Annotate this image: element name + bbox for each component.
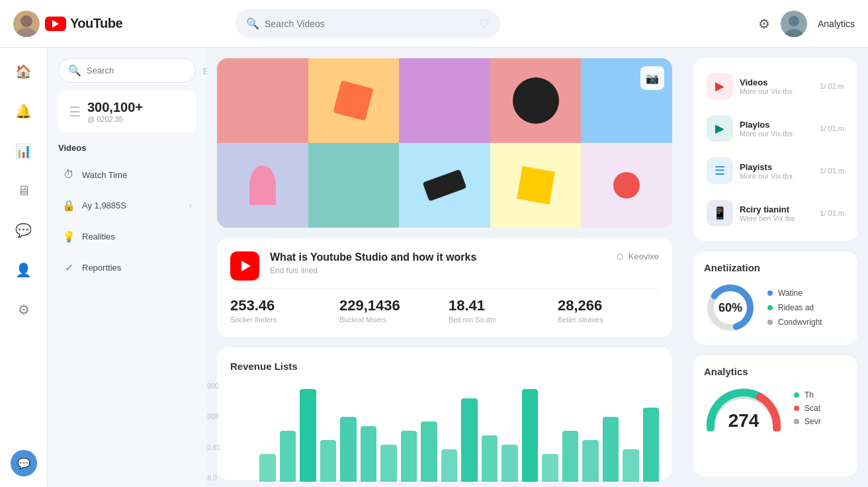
heart-icon[interactable]: ♡ bbox=[479, 17, 490, 31]
legend-item-1: Rideas ad bbox=[767, 303, 822, 312]
feedback-button[interactable]: 💬 bbox=[11, 450, 37, 476]
menu-item-watchtime[interactable]: ⏱ Watch Time bbox=[58, 163, 196, 186]
video-stats: 253.46 Socker finders 229,1436 Buckrat M… bbox=[230, 288, 659, 324]
stat-value-3: 28,266 bbox=[558, 297, 659, 314]
check-icon: ✓ bbox=[62, 261, 75, 274]
hero-cell-4 bbox=[490, 58, 582, 143]
chart-bar-7 bbox=[401, 431, 417, 482]
svg-point-1 bbox=[16, 28, 37, 37]
legend-label-2: Condwvright bbox=[778, 318, 822, 327]
videos-name: Videos bbox=[740, 77, 813, 87]
analytics-card: Analytics 274 Th bbox=[693, 355, 857, 476]
gauge-dot-0 bbox=[794, 392, 799, 398]
list-item-playists[interactable]: ☰ Playists More our Vix tbs 1/ 01.m bbox=[701, 151, 849, 191]
local-search[interactable]: 🔍 ⊞ bbox=[58, 58, 196, 83]
rciry-info: Rciry tianint Were ben Vix tbs bbox=[740, 204, 813, 222]
main: 🏠 🔔 📊 🖥 💬 👤 ⚙ 💬 🔍 ⊞ ☰ 300,100+ @ 0202.35… bbox=[0, 48, 868, 487]
gauge-legend: Th Scat Sevr bbox=[794, 390, 821, 426]
video-subtitle: End fuis lined bbox=[270, 266, 606, 275]
y-label-0: 1000 bbox=[206, 382, 220, 390]
menu-item-realities-label: Realities bbox=[82, 232, 115, 242]
hero-cell-1 bbox=[217, 58, 308, 143]
search-input[interactable] bbox=[265, 19, 468, 29]
stat-item-2: 18.41 Beli ron So.dm bbox=[449, 297, 550, 324]
stat-label-3: Belier sloaves bbox=[558, 316, 659, 324]
stats-card: ☰ 300,100+ @ 0202.35 bbox=[58, 91, 196, 132]
list-item-videos[interactable]: ▶ Videos More our Vix tbs 1/ 01.m bbox=[701, 66, 849, 106]
stat-label-1: Buckrat Moers bbox=[339, 316, 441, 324]
chevron-right-icon: › bbox=[189, 201, 192, 210]
gauge-legend-item-2: Sevr bbox=[794, 417, 821, 426]
menu-icon: ☰ bbox=[69, 104, 81, 120]
rciry-count: 1/ 01.m bbox=[820, 209, 844, 217]
analytics-title: Analytics bbox=[704, 366, 847, 377]
video-info-top: What is Youtube Studio and how it works … bbox=[230, 251, 659, 281]
y-label-3: 18.0 bbox=[206, 474, 220, 482]
header-right: ⚙ Analytics bbox=[758, 11, 855, 37]
stats-info: 300,100+ @ 0202.35 bbox=[87, 100, 185, 123]
status-dot bbox=[617, 253, 623, 260]
sidebar-item-content[interactable]: 🖥 bbox=[11, 177, 37, 204]
chart-area bbox=[259, 382, 659, 482]
list-item-rciry[interactable]: 📱 Rciry tianint Were ben Vix tbs 1/ 01.m bbox=[701, 193, 849, 233]
legend-dot-2 bbox=[767, 320, 773, 325]
chart-bar-6 bbox=[380, 445, 397, 482]
stats-number: 300,100+ bbox=[87, 100, 185, 115]
gauge-label-2: Sevr bbox=[804, 417, 821, 426]
donut-label: 60% bbox=[718, 301, 742, 315]
yt-play-button[interactable] bbox=[230, 251, 259, 281]
camera-icon[interactable]: 📷 bbox=[640, 66, 664, 90]
gauge-dot-2 bbox=[794, 419, 799, 424]
gauge-label-1: Scat bbox=[804, 404, 820, 413]
hero-cell-9 bbox=[490, 143, 582, 228]
lock-icon: 🔒 bbox=[62, 199, 75, 212]
gauge-dot-1 bbox=[794, 406, 799, 411]
local-search-input[interactable] bbox=[87, 66, 198, 75]
gear-icon[interactable]: ⚙ bbox=[758, 16, 770, 32]
logo-area: YouTube bbox=[13, 11, 225, 37]
chart-bar-12 bbox=[501, 445, 518, 482]
sidebar-item-comments[interactable]: 💬 bbox=[11, 217, 37, 244]
gauge-legend-item-0: Th bbox=[794, 390, 821, 400]
avatar[interactable] bbox=[13, 11, 40, 37]
chart-bar-0 bbox=[259, 454, 276, 482]
hero-cell-10 bbox=[581, 143, 672, 228]
hero-cell-2 bbox=[308, 58, 400, 143]
chart-bar-9 bbox=[441, 449, 458, 482]
user-name: Analytics bbox=[818, 19, 855, 29]
video-info-card: What is Youtube Studio and how it works … bbox=[217, 238, 672, 337]
playists-info: Playists More our Vix tbs bbox=[740, 162, 813, 180]
menu-item-realities[interactable]: 💡 Realities bbox=[58, 225, 196, 248]
menu-item-ay[interactable]: 🔒 Ay 1,9885S › bbox=[58, 194, 196, 217]
donut-container: 60% Watine Rideas ad Condwvright bbox=[704, 281, 847, 334]
stat-label-2: Beli ron So.dm bbox=[449, 316, 550, 324]
search-bar[interactable]: 🔍 ♡ bbox=[236, 9, 500, 38]
header: YouTube 🔍 ♡ ⚙ Analytics bbox=[0, 0, 868, 48]
content-area: 📷 What is Youtube Studio and how it work… bbox=[206, 48, 683, 487]
chart-y-labels: 1000 1008 10.81 18.0 bbox=[206, 382, 220, 482]
left-panel: 🔍 ⊞ ☰ 300,100+ @ 0202.35 Videos ⏱ Watch … bbox=[48, 48, 206, 487]
legend-item-0: Watine bbox=[767, 288, 822, 298]
chart-bar-16 bbox=[582, 440, 599, 482]
sidebar-item-settings[interactable]: ⚙ bbox=[11, 296, 37, 323]
youtube-icon bbox=[45, 17, 66, 31]
sidebar-item-notifications[interactable]: 🔔 bbox=[11, 98, 37, 124]
playlos-count: 1/ 01.m bbox=[820, 124, 844, 132]
svg-point-3 bbox=[789, 16, 799, 26]
chart-bar-17 bbox=[603, 417, 619, 482]
hero-image: 📷 bbox=[217, 58, 672, 228]
rciry-desc: Were ben Vix tbs bbox=[740, 214, 813, 222]
list-item-playlos[interactable]: ▶ Playlos More our Vix tbs 1/ 01.m bbox=[701, 109, 849, 148]
videos-info: Videos More our Vix tbs bbox=[740, 77, 813, 95]
menu-item-reportties[interactable]: ✓ Reportties bbox=[58, 256, 196, 279]
stat-value-1: 229,1436 bbox=[339, 297, 441, 314]
gauge-legend-item-1: Scat bbox=[794, 404, 821, 413]
playlos-icon: ▶ bbox=[707, 115, 733, 142]
stat-item-0: 253.46 Socker finders bbox=[230, 297, 331, 324]
sidebar-item-home[interactable]: 🏠 bbox=[11, 58, 37, 85]
search-icon: 🔍 bbox=[246, 17, 259, 30]
sidebar-item-analytics[interactable]: 📊 bbox=[11, 138, 37, 164]
sidebar-item-profile[interactable]: 👤 bbox=[11, 257, 37, 283]
sidebar-icons: 🏠 🔔 📊 🖥 💬 👤 ⚙ 💬 bbox=[0, 48, 48, 487]
user-avatar[interactable] bbox=[781, 11, 807, 37]
